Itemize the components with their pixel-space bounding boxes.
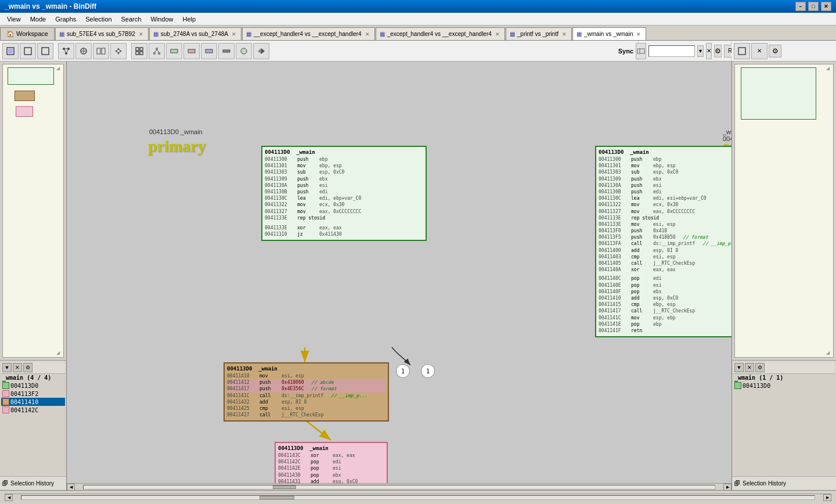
pan-button[interactable] <box>110 43 127 59</box>
node2-header: 004113D0 _wmain <box>227 366 385 372</box>
tab-workspace[interactable]: 🏠 Workspace <box>0 27 55 40</box>
menu-view[interactable]: View <box>2 15 26 24</box>
right-tree-header-label: _wmain (1 / 1) <box>734 375 783 381</box>
select-all-button[interactable] <box>2 43 19 59</box>
menu-selection[interactable]: Selection <box>81 15 116 24</box>
menu-help[interactable]: Help <box>178 15 201 24</box>
sync-graph-button[interactable] <box>636 43 646 59</box>
sync-settings-button[interactable]: ⚙ <box>714 45 722 57</box>
show-match-button[interactable] <box>183 43 200 59</box>
show-all-button[interactable] <box>166 43 182 59</box>
port-button[interactable] <box>236 43 252 59</box>
svg-rect-19 <box>136 48 139 51</box>
tab-close-printf[interactable]: ✕ <box>561 31 568 38</box>
svg-rect-13 <box>97 48 100 54</box>
scroll-thumb[interactable] <box>273 485 296 489</box>
sync-dropdown-button[interactable]: ▼ <box>697 45 704 57</box>
maximize-button[interactable]: □ <box>808 2 819 11</box>
circle-annotation-2: 1 <box>421 364 435 378</box>
secondary-node1[interactable]: 004113D0 _wmain 00411300pushebp 00411301… <box>595 146 732 337</box>
expand-button[interactable] <box>75 43 92 59</box>
tree-item-004113d0[interactable]: 004113D0 <box>1 381 65 390</box>
right-settings-button[interactable]: ⚙ <box>769 45 781 57</box>
menu-graphs[interactable]: Graphs <box>51 15 81 24</box>
right-close-button[interactable]: ✕ <box>751 43 767 59</box>
tab-sub2748a[interactable]: ▦ sub_2748A vs sub_2748A ✕ <box>149 27 242 40</box>
status-scroll-right[interactable]: ▶ <box>823 494 831 501</box>
scroll-left-arrow[interactable]: ◀ <box>67 484 75 491</box>
right-tree-item-004113d0[interactable]: 004113D0 <box>733 381 835 390</box>
selection-history-label-left: Selection History <box>10 480 54 487</box>
right-minimap-resize2[interactable]: ◢ <box>826 350 832 356</box>
sync-view-button[interactable] <box>93 43 109 59</box>
tree-close-btn[interactable]: ✕ <box>13 363 22 372</box>
tab-label-except2: _except_handler4 vs __except_handler4 <box>387 31 492 37</box>
sec-node1-code: 00411300pushebp 00411301movebp, esp 0041… <box>599 156 732 334</box>
left-minimap[interactable]: ◢ ◢ <box>2 64 64 358</box>
status-scroll-thumb[interactable] <box>260 496 294 499</box>
svg-point-32 <box>241 48 247 54</box>
tab-wmain[interactable]: ▦ _wmain vs _wmain ✕ <box>572 27 646 40</box>
tree-item-icon-green1 <box>2 382 9 389</box>
tab-icon-except1: ▦ <box>246 31 251 37</box>
zoom-in-button[interactable] <box>37 43 53 59</box>
tree-item-0041142c[interactable]: 0041142C <box>1 406 65 414</box>
right-tree-settings-btn[interactable]: ⚙ <box>755 363 765 372</box>
tab-except2[interactable]: ▦ _except_handler4 vs __except_handler4 … <box>376 27 505 40</box>
hierarchy-button[interactable] <box>149 43 165 59</box>
left-tree-controls: ▼ ✕ ⚙ <box>1 362 65 374</box>
tree-dropdown-btn[interactable]: ▼ <box>2 363 12 372</box>
collapse-button[interactable] <box>218 43 235 59</box>
transfer-button[interactable] <box>253 43 269 59</box>
graph-layout-button[interactable] <box>58 43 74 59</box>
tab-icon-sub57ee4: ▦ <box>59 31 64 37</box>
scroll-track[interactable] <box>83 485 715 489</box>
status-scroll-left[interactable]: ◀ <box>5 494 13 501</box>
svg-rect-20 <box>140 48 143 51</box>
tab-sub57ee4[interactable]: ▦ sub_57EE4 vs sub_57B92 ✕ <box>55 27 149 40</box>
tab-except1[interactable]: ▦ __except_handler4 vs __except_handler4… <box>242 27 375 40</box>
selection-history-icon-left: 🗐 <box>2 480 8 487</box>
svg-line-9 <box>66 49 69 53</box>
minimize-button[interactable]: – <box>795 2 806 11</box>
tab-close-wmain[interactable]: ✕ <box>635 31 642 38</box>
right-tree-dropdown-btn[interactable]: ▼ <box>734 363 744 372</box>
zoom-out-button[interactable] <box>20 43 36 59</box>
menu-search[interactable]: Search <box>117 15 146 24</box>
minimap-resize[interactable]: ◢ <box>56 66 62 71</box>
sync-close-button[interactable]: ✕ <box>706 43 712 59</box>
tree-settings-btn[interactable]: ⚙ <box>23 363 33 372</box>
scroll-right-arrow[interactable]: ▶ <box>723 484 732 491</box>
tab-printf[interactable]: ▦ _printf vs _printf ✕ <box>506 27 572 40</box>
right-minimap-resize[interactable]: ◢ <box>826 66 832 71</box>
func-title-left: 004113D0 _wmain <box>149 128 203 135</box>
tab-close-except1[interactable]: ✕ <box>364 31 371 38</box>
right-zoom-out-button[interactable] <box>734 43 750 59</box>
menu-window[interactable]: Window <box>146 15 178 24</box>
svg-rect-23 <box>156 48 158 50</box>
tab-close-except2[interactable]: ✕ <box>494 31 501 38</box>
svg-marker-15 <box>117 48 120 50</box>
primary-node1[interactable]: 004113D0 _wmain 00411300pushebp 00411301… <box>261 146 427 241</box>
tree-item-004113f2[interactable]: 004113F2 <box>1 390 65 398</box>
svg-marker-34 <box>261 48 265 54</box>
show-diff-button[interactable] <box>201 43 217 59</box>
node3-header: 004113D0 _wmain <box>278 445 384 451</box>
fit-graph-button[interactable] <box>131 43 147 59</box>
tab-close-sub57ee4[interactable]: ✕ <box>138 31 145 38</box>
center-canvas[interactable]: primary 004113D0 _wmain 004113D0 _wmain … <box>67 62 732 490</box>
minimap-resize2[interactable]: ◢ <box>56 350 62 356</box>
primary-node2[interactable]: 004113D0 _wmain 00411410movesi, esp 0041… <box>224 362 389 422</box>
status-scroll-track[interactable] <box>21 495 815 500</box>
close-button[interactable]: ✕ <box>821 2 831 11</box>
tree-item-00411410[interactable]: 00411410 <box>1 398 65 406</box>
right-tree-close-btn[interactable]: ✕ <box>745 363 754 372</box>
svg-marker-17 <box>115 50 117 52</box>
tab-icon-except2: ▦ <box>380 31 385 37</box>
right-minimap[interactable]: ◢ ◢ <box>734 64 834 358</box>
tree-item-icon-pink1 <box>2 390 9 397</box>
sync-input[interactable] <box>648 45 695 57</box>
menu-mode[interactable]: Mode <box>26 15 51 24</box>
tab-close-sub2748a[interactable]: ✕ <box>230 31 237 38</box>
right-tree-item-icon-green <box>734 382 741 389</box>
